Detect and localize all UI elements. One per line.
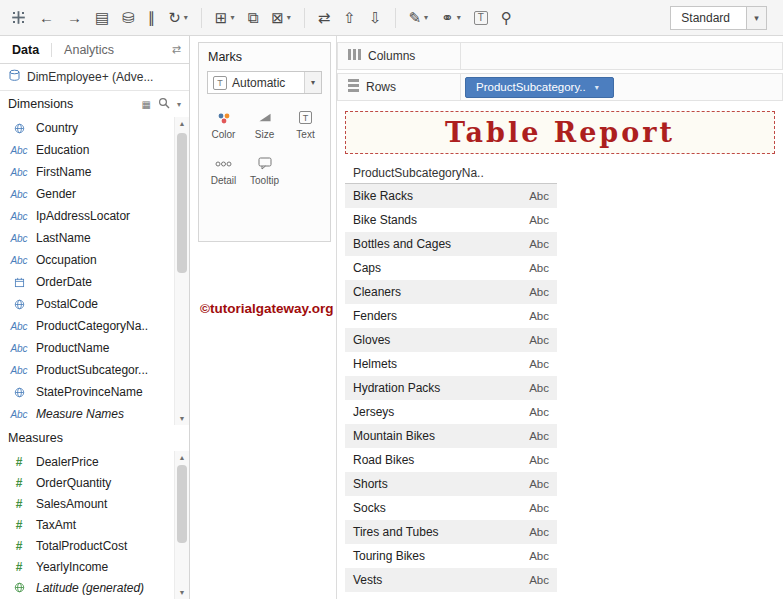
- chevron-down-icon[interactable]: ▾: [595, 83, 599, 92]
- row-header-cell: Fenders: [353, 309, 397, 323]
- chevron-down-icon[interactable]: ▾: [746, 7, 766, 29]
- scroll-down-icon[interactable]: ▼: [175, 415, 189, 422]
- table-column-header[interactable]: ProductSubcategoryNa..: [345, 162, 557, 184]
- measure-item[interactable]: #DealerPrice: [0, 451, 174, 472]
- table-row[interactable]: CapsAbc: [345, 256, 557, 280]
- measure-item[interactable]: #TotalProductCost: [0, 535, 174, 556]
- table-row[interactable]: Hydration PacksAbc: [345, 376, 557, 400]
- table-row[interactable]: GlovesAbc: [345, 328, 557, 352]
- tableau-logo-icon[interactable]: [10, 9, 27, 26]
- rows-pill-productsubcategory[interactable]: ProductSubcategory.. ▾: [465, 77, 614, 98]
- measure-item[interactable]: #YearlyIncome: [0, 556, 174, 577]
- dimension-item[interactable]: AbcLastName: [0, 227, 174, 249]
- field-label: OrderQuantity: [36, 476, 111, 490]
- columns-shelf[interactable]: Columns: [337, 42, 783, 70]
- dimension-item[interactable]: AbcOccupation: [0, 249, 174, 271]
- rows-shelf[interactable]: Rows ProductSubcategory.. ▾: [337, 73, 783, 101]
- scroll-up-icon[interactable]: ▲: [175, 120, 189, 127]
- field-label: Measure Names: [36, 407, 124, 421]
- undo-icon[interactable]: ←: [39, 10, 54, 25]
- dimension-item[interactable]: AbcGender: [0, 183, 174, 205]
- report-title-block[interactable]: Table Report: [345, 111, 775, 154]
- dimension-item[interactable]: PostalCode: [0, 293, 174, 315]
- show-mark-labels-icon[interactable]: T: [474, 11, 488, 25]
- table-row[interactable]: FendersAbc: [345, 304, 557, 328]
- marks-tooltip-button[interactable]: Tooltip: [244, 156, 285, 186]
- table-row[interactable]: Road BikesAbc: [345, 448, 557, 472]
- table-row[interactable]: JerseysAbc: [345, 400, 557, 424]
- new-worksheet-dropdown-caret[interactable]: ▾: [230, 13, 234, 22]
- fit-dropdown[interactable]: Standard ▾: [670, 6, 767, 30]
- dimension-item[interactable]: AbcMeasure Names: [0, 403, 174, 425]
- dimension-item[interactable]: AbcIpAddressLocator: [0, 205, 174, 227]
- table-row[interactable]: Touring BikesAbc: [345, 544, 557, 568]
- scroll-down-icon[interactable]: ▼: [175, 589, 189, 596]
- redo-icon[interactable]: →: [67, 10, 82, 25]
- view-grid-icon[interactable]: ▦: [142, 99, 151, 110]
- measure-item[interactable]: #TaxAmt: [0, 514, 174, 535]
- dimensions-scrollbar[interactable]: ▲ ▼: [174, 117, 189, 425]
- save-icon[interactable]: ▤: [95, 10, 109, 25]
- scrollbar-thumb[interactable]: [177, 465, 187, 543]
- dimension-item[interactable]: StateProvinceName: [0, 381, 174, 403]
- dimension-item[interactable]: AbcEducation: [0, 139, 174, 161]
- refresh-icon[interactable]: ↻: [168, 10, 181, 25]
- swap-axes-icon[interactable]: ⇄: [318, 10, 331, 25]
- highlight-dropdown-caret[interactable]: ▾: [424, 13, 428, 22]
- sort-descending-icon[interactable]: ⇩: [369, 10, 382, 25]
- datasource-row[interactable]: DimEmployee+ (Adve...: [0, 64, 189, 91]
- dimension-item[interactable]: AbcProductSubcategor...: [0, 359, 174, 381]
- dimension-item[interactable]: OrderDate: [0, 271, 174, 293]
- marks-detail-button[interactable]: Detail: [203, 156, 244, 186]
- pause-updates-icon[interactable]: ∥: [148, 10, 156, 25]
- table-row[interactable]: Tires and TubesAbc: [345, 520, 557, 544]
- table-row[interactable]: ShortsAbc: [345, 472, 557, 496]
- group-members-icon[interactable]: ⚭: [441, 10, 454, 25]
- globe-icon: [7, 123, 31, 134]
- clear-sheet-icon[interactable]: ⊠: [271, 10, 284, 25]
- marks-size-button[interactable]: Size: [244, 110, 285, 140]
- table-row[interactable]: Bike RacksAbc: [345, 184, 557, 208]
- columns-icon: [348, 49, 361, 63]
- chevron-down-icon[interactable]: ▾: [304, 72, 321, 93]
- table-row[interactable]: VestsAbc: [345, 568, 557, 592]
- duplicate-sheet-icon[interactable]: ⧉: [247, 10, 258, 25]
- measure-item[interactable]: #SalesAmount: [0, 493, 174, 514]
- row-header-cell: Gloves: [353, 333, 390, 347]
- refresh-dropdown-caret[interactable]: ▾: [184, 13, 188, 22]
- new-worksheet-icon[interactable]: ⊞: [215, 10, 228, 25]
- scroll-up-icon[interactable]: ▲: [175, 454, 189, 461]
- scrollbar-thumb[interactable]: [177, 133, 187, 273]
- search-icon[interactable]: [158, 97, 170, 112]
- dimension-item[interactable]: AbcProductName: [0, 337, 174, 359]
- measures-scrollbar[interactable]: ▲ ▼: [174, 451, 189, 599]
- clear-sheet-dropdown-caret[interactable]: ▾: [287, 13, 291, 22]
- highlight-icon[interactable]: ✎: [409, 10, 422, 25]
- abc-icon: Abc: [7, 255, 31, 266]
- marks-text-button[interactable]: TText: [285, 110, 326, 140]
- pane-control-icon[interactable]: ⇄: [164, 43, 189, 56]
- measure-item[interactable]: Latitude (generated): [0, 577, 174, 598]
- table-row[interactable]: HelmetsAbc: [345, 352, 557, 376]
- value-cell: Abc: [529, 358, 549, 370]
- columns-shelf-body[interactable]: [460, 43, 782, 69]
- table-row[interactable]: SocksAbc: [345, 496, 557, 520]
- tab-analytics[interactable]: Analytics: [52, 36, 126, 63]
- chevron-down-icon[interactable]: ▾: [177, 100, 181, 109]
- rows-shelf-body[interactable]: ProductSubcategory.. ▾: [460, 74, 782, 100]
- dimension-item[interactable]: AbcFirstName: [0, 161, 174, 183]
- table-row[interactable]: Bottles and CagesAbc: [345, 232, 557, 256]
- dimension-item[interactable]: Country: [0, 117, 174, 139]
- marks-color-button[interactable]: Color: [203, 110, 244, 140]
- table-row[interactable]: Mountain BikesAbc: [345, 424, 557, 448]
- mark-type-dropdown[interactable]: T Automatic ▾: [207, 71, 322, 94]
- measure-item[interactable]: #OrderQuantity: [0, 472, 174, 493]
- table-row[interactable]: CleanersAbc: [345, 280, 557, 304]
- new-datasource-icon[interactable]: ⛁: [122, 10, 135, 25]
- dimension-item[interactable]: AbcProductCategoryNa..: [0, 315, 174, 337]
- tab-data[interactable]: Data: [0, 36, 51, 63]
- table-row[interactable]: Bike StandsAbc: [345, 208, 557, 232]
- group-members-dropdown-caret[interactable]: ▾: [457, 13, 461, 22]
- fix-axes-icon[interactable]: ⚲: [501, 10, 512, 25]
- sort-ascending-icon[interactable]: ⇧: [343, 10, 356, 25]
